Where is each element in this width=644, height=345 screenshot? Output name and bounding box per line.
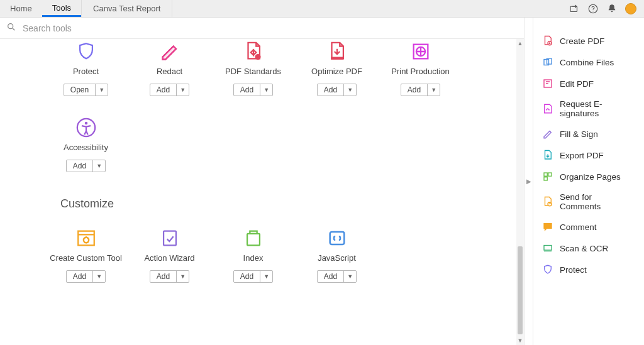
chevron-down-icon[interactable]: ▼ xyxy=(92,271,105,282)
pdf-standards-icon: ! xyxy=(211,39,295,64)
tool-label: PDF Standards xyxy=(211,67,295,76)
sidebar-item-label: Protect xyxy=(560,265,587,275)
scroll-up-icon[interactable]: ▲ xyxy=(516,39,524,48)
sidebar-collapse-handle[interactable]: ▶ xyxy=(524,18,533,345)
action-wizard-icon xyxy=(128,226,211,251)
chevron-down-icon[interactable]: ▼ xyxy=(176,84,189,96)
sidebar-item-label: Edit PDF xyxy=(560,79,594,89)
chevron-down-icon[interactable]: ▼ xyxy=(343,271,356,282)
redact-icon xyxy=(128,39,211,64)
svg-rect-15 xyxy=(250,231,257,234)
comment-icon xyxy=(542,221,553,233)
scan-icon xyxy=(542,243,553,254)
chevron-down-icon[interactable]: ▼ xyxy=(95,84,108,96)
sidebar-item-fill-sign[interactable]: Fill & Sign xyxy=(533,123,644,145)
organize-icon xyxy=(542,171,553,182)
add-button[interactable]: Add▼ xyxy=(401,84,440,96)
svg-rect-25 xyxy=(544,246,552,251)
chevron-down-icon[interactable]: ▼ xyxy=(343,84,356,96)
tool-label: Optimize PDF xyxy=(295,67,379,76)
svg-rect-6 xyxy=(331,57,343,60)
add-button[interactable]: Add▼ xyxy=(233,270,273,283)
svg-rect-14 xyxy=(247,234,260,245)
shield-icon xyxy=(44,39,128,64)
scrollbar[interactable]: ▲ ▼ xyxy=(516,39,524,345)
custom-tool-icon xyxy=(44,226,128,251)
sidebar-item-label: Organize Pages xyxy=(560,172,621,182)
add-button[interactable]: Add▼ xyxy=(150,270,189,283)
sidebar-item-label: Scan & OCR xyxy=(560,244,608,253)
sidebar-item-create-pdf[interactable]: Create PDF xyxy=(533,30,644,52)
sidebar-item-send-comments[interactable]: Send for Comments xyxy=(533,187,644,216)
add-button[interactable]: Add▼ xyxy=(150,84,189,96)
scroll-thumb[interactable] xyxy=(518,246,523,334)
svg-text:!: ! xyxy=(257,55,258,60)
svg-point-10 xyxy=(84,122,87,125)
tab-home[interactable]: Home xyxy=(0,0,42,17)
svg-point-3 xyxy=(8,24,13,29)
add-button[interactable]: Add▼ xyxy=(66,160,106,172)
tool-label: Create Custom Tool xyxy=(44,253,128,263)
sidebar-item-comment[interactable]: Comment xyxy=(533,216,644,238)
export-icon xyxy=(542,150,553,161)
sidebar-item-label: Fill & Sign xyxy=(560,129,598,139)
tool-label: Redact xyxy=(128,67,211,76)
sidebar-item-label: Request E-signatures xyxy=(560,99,635,118)
chevron-down-icon[interactable]: ▼ xyxy=(427,84,440,96)
tool-label: Index xyxy=(211,253,295,263)
sidebar-item-edit[interactable]: Edit PDF xyxy=(533,73,644,94)
chevron-down-icon[interactable]: ▼ xyxy=(92,160,105,172)
add-button[interactable]: Add▼ xyxy=(233,84,273,96)
add-button[interactable]: Add▼ xyxy=(66,270,106,283)
chevron-down-icon[interactable]: ▼ xyxy=(176,271,189,282)
sidebar-item-protect[interactable]: Protect xyxy=(533,259,644,280)
sidebar-item-scan-ocr[interactable]: Scan & OCR xyxy=(533,238,644,259)
bell-icon[interactable] xyxy=(606,3,618,14)
add-button[interactable]: Add▼ xyxy=(317,270,357,283)
sidebar-item-export[interactable]: Export PDF xyxy=(533,145,644,166)
tool-label: Accessibility xyxy=(44,143,128,152)
tool-label: Protect xyxy=(44,67,128,76)
send-comments-icon xyxy=(542,196,553,207)
tab-document[interactable]: Canva Test Report xyxy=(81,0,172,17)
svg-rect-16 xyxy=(330,232,344,244)
share-icon[interactable] xyxy=(569,3,580,14)
sidebar-item-label: Export PDF xyxy=(560,151,604,160)
svg-rect-13 xyxy=(164,231,176,246)
signature-icon xyxy=(542,103,553,114)
svg-rect-23 xyxy=(544,177,547,180)
index-icon xyxy=(211,226,295,251)
shield-icon xyxy=(542,264,553,275)
section-title-customize: Customize xyxy=(44,191,516,226)
javascript-icon xyxy=(295,226,379,251)
svg-rect-21 xyxy=(544,173,547,176)
sidebar-item-label: Comment xyxy=(560,222,597,232)
svg-point-2 xyxy=(592,11,593,11)
print-production-icon xyxy=(379,39,462,64)
open-button[interactable]: Open▼ xyxy=(64,84,108,96)
edit-icon xyxy=(542,78,553,89)
avatar[interactable] xyxy=(625,3,636,14)
create-pdf-icon xyxy=(542,35,553,47)
sidebar-item-label: Combine Files xyxy=(560,58,614,67)
svg-rect-22 xyxy=(548,173,552,176)
help-icon[interactable] xyxy=(587,3,599,14)
chevron-down-icon[interactable]: ▼ xyxy=(260,271,272,282)
accessibility-icon xyxy=(44,115,128,140)
add-button[interactable]: Add▼ xyxy=(317,84,357,96)
sidebar-item-label: Create PDF xyxy=(560,36,604,46)
tool-label: JavaScript xyxy=(295,253,379,263)
sidebar-item-label: Send for Comments xyxy=(560,192,635,211)
combine-icon xyxy=(542,57,553,68)
chevron-down-icon[interactable]: ▼ xyxy=(260,84,272,96)
sidebar-item-combine[interactable]: Combine Files xyxy=(533,52,644,73)
tool-label: Action Wizard xyxy=(128,253,211,263)
optimize-icon xyxy=(295,39,379,64)
pen-icon xyxy=(542,128,553,140)
tab-tools[interactable]: Tools xyxy=(42,0,81,17)
sidebar-item-organize[interactable]: Organize Pages xyxy=(533,166,644,187)
search-icon xyxy=(6,22,16,34)
sidebar-item-esign[interactable]: Request E-signatures xyxy=(533,94,644,123)
search-input[interactable] xyxy=(21,23,210,34)
scroll-down-icon[interactable]: ▼ xyxy=(516,336,524,345)
